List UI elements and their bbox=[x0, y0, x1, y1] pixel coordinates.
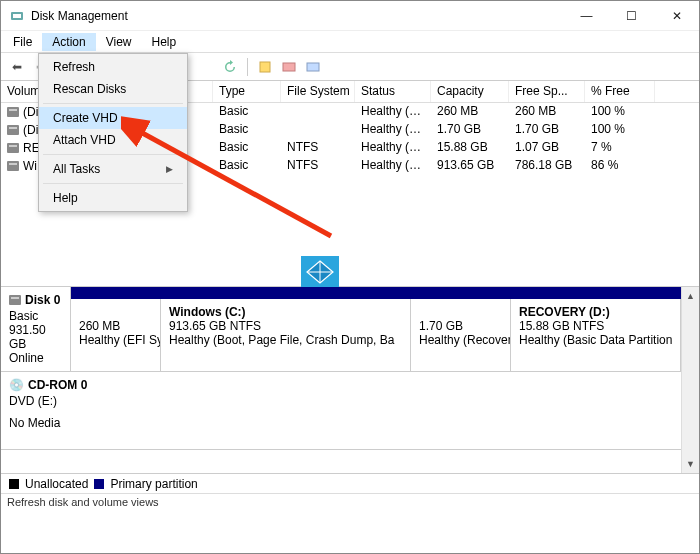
legend-primary: Primary partition bbox=[110, 477, 197, 491]
scroll-down-icon[interactable]: ▼ bbox=[686, 455, 695, 473]
statusbar: Refresh disk and volume views bbox=[1, 493, 699, 513]
col-free-space[interactable]: Free Sp... bbox=[509, 81, 585, 102]
toolbar-icon-2[interactable] bbox=[279, 57, 299, 77]
minimize-button[interactable]: — bbox=[564, 1, 609, 31]
menu-item-create-vhd[interactable]: Create VHD bbox=[39, 107, 187, 129]
watermark-logo bbox=[301, 256, 339, 288]
toolbar-icon-1[interactable] bbox=[255, 57, 275, 77]
col-file-system[interactable]: File System bbox=[281, 81, 355, 102]
menu-item-refresh[interactable]: Refresh bbox=[39, 56, 187, 78]
svg-rect-3 bbox=[283, 63, 295, 71]
svg-rect-2 bbox=[260, 62, 270, 72]
cdrom-icon: 💿 bbox=[9, 378, 24, 392]
cdrom-block[interactable]: 💿CD-ROM 0 DVD (E:) No Media bbox=[1, 372, 681, 450]
menu-view[interactable]: View bbox=[96, 33, 142, 51]
legend-unallocated: Unallocated bbox=[25, 477, 88, 491]
swatch-unallocated bbox=[9, 479, 19, 489]
col-type[interactable]: Type bbox=[213, 81, 281, 102]
svg-rect-1 bbox=[13, 14, 21, 18]
disk-0-block[interactable]: Disk 0 Basic 931.50 GB Online 260 MBHeal… bbox=[1, 287, 681, 372]
partition-bar bbox=[71, 287, 681, 299]
close-button[interactable]: ✕ bbox=[654, 1, 699, 31]
refresh-icon[interactable] bbox=[220, 57, 240, 77]
disk-0-label: Disk 0 Basic 931.50 GB Online bbox=[1, 287, 71, 371]
drive-icon bbox=[7, 107, 19, 117]
disk-icon bbox=[9, 295, 21, 305]
svg-rect-4 bbox=[307, 63, 319, 71]
drive-icon bbox=[7, 161, 19, 171]
menu-action[interactable]: Action bbox=[42, 33, 95, 51]
window-title: Disk Management bbox=[31, 9, 564, 23]
col-status[interactable]: Status bbox=[355, 81, 431, 102]
partition[interactable]: Windows (C:)913.65 GB NTFSHealthy (Boot,… bbox=[161, 299, 411, 371]
col-capacity[interactable]: Capacity bbox=[431, 81, 509, 102]
menubar: File Action View Help bbox=[1, 31, 699, 53]
partition[interactable]: RECOVERY (D:)15.88 GB NTFSHealthy (Basic… bbox=[511, 299, 681, 371]
action-dropdown: Refresh Rescan Disks Create VHD Attach V… bbox=[38, 53, 188, 212]
disks-pane: Disk 0 Basic 931.50 GB Online 260 MBHeal… bbox=[1, 287, 699, 493]
col-pct-free[interactable]: % Free bbox=[585, 81, 655, 102]
toolbar-icon-3[interactable] bbox=[303, 57, 323, 77]
back-icon[interactable]: ⬅ bbox=[7, 57, 27, 77]
menu-help[interactable]: Help bbox=[142, 33, 187, 51]
drive-icon bbox=[7, 125, 19, 135]
legend: Unallocated Primary partition bbox=[1, 473, 699, 493]
submenu-arrow-icon: ▶ bbox=[166, 164, 173, 174]
partition[interactable]: 260 MBHealthy (EFI Sy bbox=[71, 299, 161, 371]
menu-item-rescan[interactable]: Rescan Disks bbox=[39, 78, 187, 100]
menu-file[interactable]: File bbox=[3, 33, 42, 51]
partition[interactable]: 1.70 GBHealthy (Recovery Pa bbox=[411, 299, 511, 371]
scrollbar[interactable]: ▲ ▼ bbox=[681, 287, 699, 473]
maximize-button[interactable]: ☐ bbox=[609, 1, 654, 31]
titlebar: Disk Management — ☐ ✕ bbox=[1, 1, 699, 31]
menu-item-help[interactable]: Help bbox=[39, 187, 187, 209]
menu-item-all-tasks[interactable]: All Tasks▶ bbox=[39, 158, 187, 180]
app-icon bbox=[9, 8, 25, 24]
menu-item-attach-vhd[interactable]: Attach VHD bbox=[39, 129, 187, 151]
swatch-primary bbox=[94, 479, 104, 489]
drive-icon bbox=[7, 143, 19, 153]
scroll-up-icon[interactable]: ▲ bbox=[686, 287, 695, 305]
